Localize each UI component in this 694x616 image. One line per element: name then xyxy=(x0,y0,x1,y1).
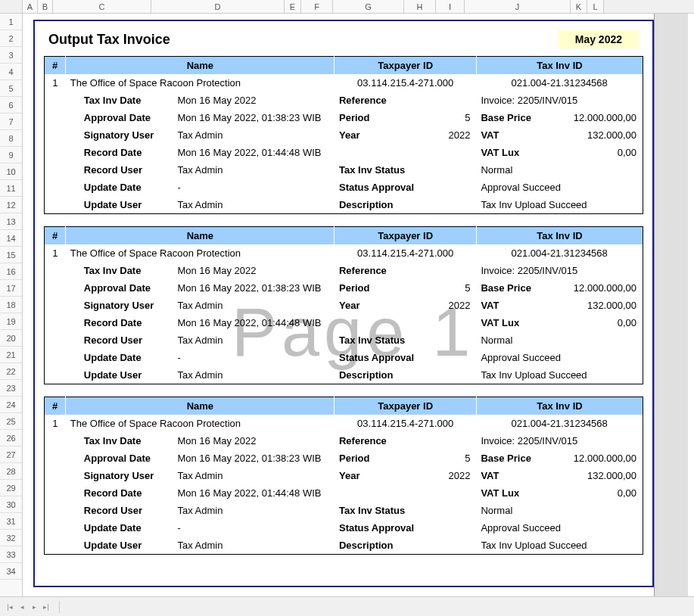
col-header-I[interactable]: I xyxy=(436,0,465,13)
rec-num: 1 xyxy=(45,74,66,92)
v2 xyxy=(437,502,476,519)
v1: Tax Admin xyxy=(173,537,335,555)
rec-name: The Office of Space Racoon Protection xyxy=(66,415,335,432)
v2: 2022 xyxy=(437,297,476,314)
row-header-3[interactable]: 3 xyxy=(0,47,22,64)
v2 xyxy=(437,161,476,179)
row-header-8[interactable]: 8 xyxy=(0,130,22,147)
row-header-18[interactable]: 18 xyxy=(0,297,22,313)
col-header-K[interactable]: K xyxy=(571,0,587,13)
row-header-11[interactable]: 11 xyxy=(0,180,22,197)
l1: Record Date xyxy=(66,484,173,502)
col-header-A[interactable]: A xyxy=(23,0,38,13)
row-header-30[interactable]: 30 xyxy=(0,496,22,513)
col-header-G[interactable]: G xyxy=(333,0,404,13)
l2: Reference xyxy=(335,432,437,450)
l3: VAT xyxy=(476,467,552,484)
row-header-10[interactable]: 10 xyxy=(0,163,22,180)
nav-last-icon[interactable]: ▸| xyxy=(41,602,51,612)
nav-prev-icon[interactable]: ◂ xyxy=(17,602,27,612)
v3: 132.000,00 xyxy=(552,467,643,484)
th-taxpayer: Taxpayer ID xyxy=(335,397,476,415)
col-header-D[interactable]: D xyxy=(151,0,285,13)
l1: Tax Inv Date xyxy=(66,262,173,279)
row-header-23[interactable]: 23 xyxy=(0,380,22,397)
l2: Description xyxy=(335,366,437,384)
row-header-9[interactable]: 9 xyxy=(0,147,22,163)
l2: Tax Inv Status xyxy=(335,502,437,519)
v3: Tax Inv Upload Succeed xyxy=(476,366,643,384)
l2: Period xyxy=(335,450,437,467)
record-table-2: #NameTaxpayer IDTax Inv ID1The Office of… xyxy=(44,397,643,555)
row-header-16[interactable]: 16 xyxy=(0,263,22,280)
v1: Tax Admin xyxy=(173,126,335,144)
th-name: Name xyxy=(66,227,335,245)
row-header-34[interactable]: 34 xyxy=(0,563,22,580)
row-header-12[interactable]: 12 xyxy=(0,197,22,213)
row-header-15[interactable]: 15 xyxy=(0,247,22,263)
row-header-19[interactable]: 19 xyxy=(0,313,22,330)
col-header-B[interactable]: B xyxy=(38,0,53,13)
col-header-J[interactable]: J xyxy=(465,0,571,13)
col-header-F[interactable]: F xyxy=(301,0,333,13)
l1: Record User xyxy=(66,331,173,349)
rec-num: 1 xyxy=(45,415,66,432)
row-header-24[interactable]: 24 xyxy=(0,397,22,413)
nav-first-icon[interactable]: |◂ xyxy=(5,602,15,612)
row-header-13[interactable]: 13 xyxy=(0,213,22,230)
l2: Year xyxy=(335,297,437,314)
spreadsheet-viewport: ABCDEFGHIJKL 123456789101112131415161718… xyxy=(0,0,694,616)
row-header-2[interactable]: 2 xyxy=(0,30,22,47)
v3: Tax Inv Upload Succeed xyxy=(476,537,643,555)
v3: Approval Succeed xyxy=(476,349,643,366)
l1: Update User xyxy=(66,196,173,214)
v3: 0,00 xyxy=(552,484,643,502)
v2 xyxy=(437,262,476,279)
l1: Record User xyxy=(66,502,173,519)
v3: 12.000.000,00 xyxy=(552,109,643,126)
v2: 2022 xyxy=(437,126,476,144)
rec-taxpayer: 03.114.215.4-271.000 xyxy=(335,415,476,432)
row-header-20[interactable]: 20 xyxy=(0,330,22,347)
rec-taxinv: 021.004-21.31234568 xyxy=(476,244,643,262)
row-header-31[interactable]: 31 xyxy=(0,513,22,530)
l1: Record Date xyxy=(66,314,173,331)
row-header-27[interactable]: 27 xyxy=(0,446,22,463)
l3: Base Price xyxy=(476,450,552,467)
row-header-33[interactable]: 33 xyxy=(0,546,22,563)
row-header-7[interactable]: 7 xyxy=(0,114,22,130)
nav-next-icon[interactable]: ▸ xyxy=(29,602,39,612)
v1: Tax Admin xyxy=(173,467,335,484)
row-header-25[interactable]: 25 xyxy=(0,413,22,430)
v2: 5 xyxy=(437,450,476,467)
sheet-area[interactable]: Page 1 Output Tax Invoice May 2022 #Name… xyxy=(23,14,694,596)
row-header-5[interactable]: 5 xyxy=(0,80,22,97)
row-header-1[interactable]: 1 xyxy=(0,14,22,30)
row-header-32[interactable]: 32 xyxy=(0,530,22,546)
l1: Signatory User xyxy=(66,297,173,314)
th-taxpayer: Taxpayer ID xyxy=(335,57,476,75)
l1: Signatory User xyxy=(66,126,173,144)
row-header-4[interactable]: 4 xyxy=(0,64,22,80)
row-header-17[interactable]: 17 xyxy=(0,280,22,297)
row-header-21[interactable]: 21 xyxy=(0,347,22,363)
l2: Reference xyxy=(335,92,437,109)
v2 xyxy=(437,179,476,196)
row-header-22[interactable]: 22 xyxy=(0,363,22,380)
row-header-29[interactable]: 29 xyxy=(0,480,22,496)
col-header-C[interactable]: C xyxy=(53,0,151,13)
l1: Update Date xyxy=(66,349,173,366)
l3: VAT Lux xyxy=(476,314,552,331)
l2: Period xyxy=(335,109,437,126)
v3: Tax Inv Upload Succeed xyxy=(476,196,643,214)
col-header-H[interactable]: H xyxy=(404,0,436,13)
th-num: # xyxy=(45,227,66,245)
row-header-28[interactable]: 28 xyxy=(0,463,22,480)
row-header-6[interactable]: 6 xyxy=(0,97,22,114)
col-header-E[interactable]: E xyxy=(285,0,301,13)
v1: Tax Admin xyxy=(173,331,335,349)
row-header-26[interactable]: 26 xyxy=(0,430,22,446)
row-header-14[interactable]: 14 xyxy=(0,230,22,247)
col-header-L[interactable]: L xyxy=(587,0,604,13)
v2 xyxy=(437,144,476,161)
